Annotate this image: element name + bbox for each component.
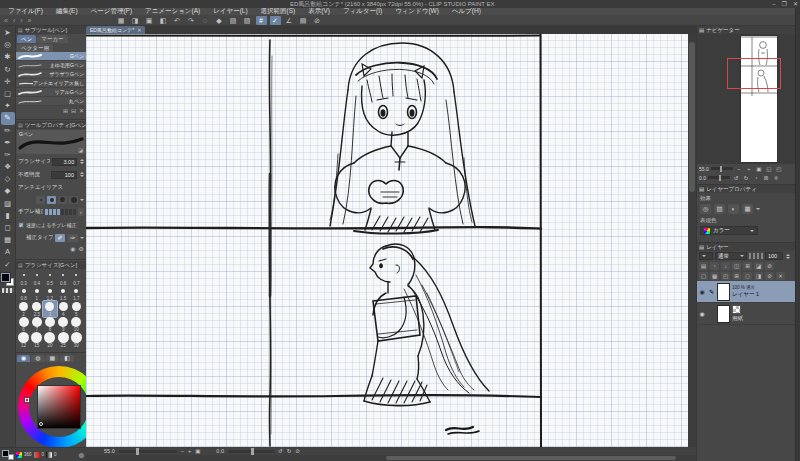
horizontal-scrollbar[interactable] xyxy=(86,455,696,461)
size-preset[interactable]: 6 xyxy=(17,317,30,333)
nav-flip-icon[interactable]: ⊠ xyxy=(762,175,770,181)
color-set-tab[interactable]: ▦ xyxy=(46,355,60,362)
size-preset[interactable]: 15 xyxy=(30,332,43,348)
color-wheel-tab[interactable]: ◉ xyxy=(17,355,30,362)
snap-ruler-icon[interactable]: ▧ xyxy=(242,16,253,25)
brush-tool[interactable]: ✒ xyxy=(1,137,15,149)
fill-icon[interactable]: ◆ xyxy=(214,16,225,25)
navigator-rotation-slider[interactable] xyxy=(708,176,730,179)
size-preset[interactable]: 30 xyxy=(70,332,83,348)
new-folder-icon[interactable]: ▦ xyxy=(710,272,719,280)
zoom-in-icon[interactable]: + xyxy=(188,448,191,454)
navigator-zoom-slider[interactable] xyxy=(711,167,733,170)
nav-rotate-left-icon[interactable]: ↺ xyxy=(732,175,740,181)
eye-icon[interactable]: ◉ xyxy=(698,288,706,295)
size-preset[interactable]: 7 xyxy=(30,317,43,333)
frame-border-tool[interactable]: ▦ xyxy=(1,234,15,246)
canvas-rotation-slider[interactable] xyxy=(228,450,274,453)
size-preset[interactable]: 2.5 xyxy=(30,301,43,317)
size-preset[interactable]: 9 xyxy=(57,317,70,333)
subtool-tab-pen[interactable]: ペン xyxy=(17,35,36,43)
fit-screen-icon[interactable]: ▣ xyxy=(195,448,200,454)
eraser-tool[interactable]: ◇ xyxy=(1,173,15,185)
correction-type-b-button[interactable]: ✑ xyxy=(67,234,78,242)
size-preset[interactable]: 0.7 xyxy=(70,270,83,286)
move-tool[interactable]: ✛ xyxy=(1,76,15,88)
stabilize-slider[interactable] xyxy=(45,209,76,215)
rotate-left-icon[interactable]: ↺ xyxy=(278,448,283,454)
brush-item-gpen[interactable]: Gペン xyxy=(16,52,86,61)
size-preset[interactable]: 8 xyxy=(43,317,56,333)
size-preset[interactable]: 1 xyxy=(30,286,43,302)
stabilize-expand-icon[interactable]: › xyxy=(78,208,84,216)
lock-pixel-icon[interactable]: ⊞ xyxy=(743,262,752,270)
pencil-tool[interactable]: ✏ xyxy=(1,125,15,137)
layer-name[interactable]: 用紙 xyxy=(732,315,743,322)
panel-menu-icon[interactable]: ▤ xyxy=(18,262,23,268)
chevron-down-icon[interactable] xyxy=(80,199,84,201)
color-set-icon[interactable]: ◍ xyxy=(79,451,84,458)
angle-icon[interactable]: ∠ xyxy=(284,16,295,25)
save-all-icon[interactable]: ◧ xyxy=(158,16,169,25)
opacity-stepper[interactable] xyxy=(79,171,84,179)
opacity-input[interactable]: 100 xyxy=(51,171,77,179)
reset-rotation-icon[interactable]: ⊘ xyxy=(295,448,300,454)
panel-menu-icon[interactable]: ▤ xyxy=(699,244,704,250)
vertical-scrollbar[interactable] xyxy=(688,34,696,447)
duplicate-subtool-icon[interactable]: ⊟ xyxy=(71,107,76,114)
subtool-panel-header[interactable]: ▤ サブツール[ペン] xyxy=(16,26,86,34)
eye-icon[interactable]: ◉ xyxy=(698,310,706,317)
border-effect-icon[interactable]: ◎ xyxy=(700,204,711,214)
size-preset[interactable]: 0.3 xyxy=(17,270,30,286)
brush-item-mayuge-gpen[interactable]: まゆ毛用Gペン xyxy=(16,61,86,70)
transfer-down-icon[interactable]: ▤ xyxy=(699,262,708,270)
reset-property-icon[interactable]: ◉ xyxy=(70,245,75,252)
apply-mask-icon[interactable]: ◨ xyxy=(754,272,763,280)
open-file-icon[interactable]: ◨ xyxy=(130,16,141,25)
last-page-button[interactable]: » xyxy=(28,17,32,24)
chevron-down-icon[interactable] xyxy=(756,208,760,210)
panel-menu-icon[interactable]: ▤ xyxy=(699,186,704,192)
undo-icon[interactable]: ↶ xyxy=(172,16,183,25)
brush-item-real-gpen[interactable]: リアルGペン xyxy=(16,88,86,97)
wrench-icon[interactable]: ⚙ xyxy=(79,245,84,252)
delete-layer-icon[interactable]: ✕ xyxy=(776,272,785,280)
hand-tool[interactable]: ✱ xyxy=(1,51,15,63)
nav-move-icon[interactable]: ✛ xyxy=(772,175,780,181)
chevron-down-icon[interactable] xyxy=(80,237,84,239)
panel-menu-icon[interactable]: ▤ xyxy=(18,122,23,128)
hue-marker[interactable] xyxy=(25,398,29,402)
layer-opacity-input[interactable]: 100 xyxy=(765,252,783,260)
panel-menu-icon[interactable]: ▤ xyxy=(699,27,704,33)
tone-tool[interactable] xyxy=(2,288,14,293)
close-tab-icon[interactable]: ✕ xyxy=(137,27,141,33)
operation-tool[interactable]: ➤ xyxy=(1,27,15,39)
collapsed-panel-strip[interactable] xyxy=(795,8,800,461)
size-preset[interactable]: 0.6 xyxy=(57,270,70,286)
zoom-tool[interactable]: ◎ xyxy=(1,39,15,51)
next-page-button[interactable]: › xyxy=(20,17,22,24)
nav-rotate-right-icon[interactable]: ↻ xyxy=(742,175,750,181)
rotate-right-icon[interactable]: ↻ xyxy=(287,448,292,454)
sv-marker[interactable] xyxy=(39,422,43,426)
ruler-icon[interactable]: ⊘ xyxy=(765,262,774,270)
nav-100-icon[interactable]: ▣ xyxy=(755,166,763,172)
layer-thumbnail[interactable] xyxy=(717,305,730,323)
nav-fullscreen-icon[interactable]: ◰ xyxy=(775,166,783,172)
move-down-icon[interactable]: ↓ xyxy=(721,262,730,270)
size-preset[interactable]: 0.4 xyxy=(30,270,43,286)
layer-row-selected[interactable]: ◉ ✎ 100 % 通常 レイヤー 1 xyxy=(697,281,795,303)
size-preset[interactable]: 25 xyxy=(57,332,70,348)
zoom-out-icon[interactable]: − xyxy=(181,448,184,454)
layer-panel-header[interactable]: ▤ レイヤー xyxy=(697,243,795,251)
material-icon[interactable]: ▤ xyxy=(298,16,309,25)
maximize-button[interactable]: ❐ xyxy=(782,0,787,8)
size-preset[interactable]: 1.7 xyxy=(70,286,83,302)
canvas-viewport[interactable] xyxy=(86,34,688,447)
vertical-scrollbar-thumb[interactable] xyxy=(689,42,695,192)
main-color-swatch[interactable] xyxy=(1,273,14,286)
panel-menu-icon[interactable]: ▤ xyxy=(18,27,23,33)
layer-mask-icon[interactable]: ◻ xyxy=(743,272,752,280)
navigator-header[interactable]: ▤ ナビゲーター xyxy=(697,26,795,34)
snap-grid-icon[interactable]: ✓ xyxy=(270,16,281,25)
